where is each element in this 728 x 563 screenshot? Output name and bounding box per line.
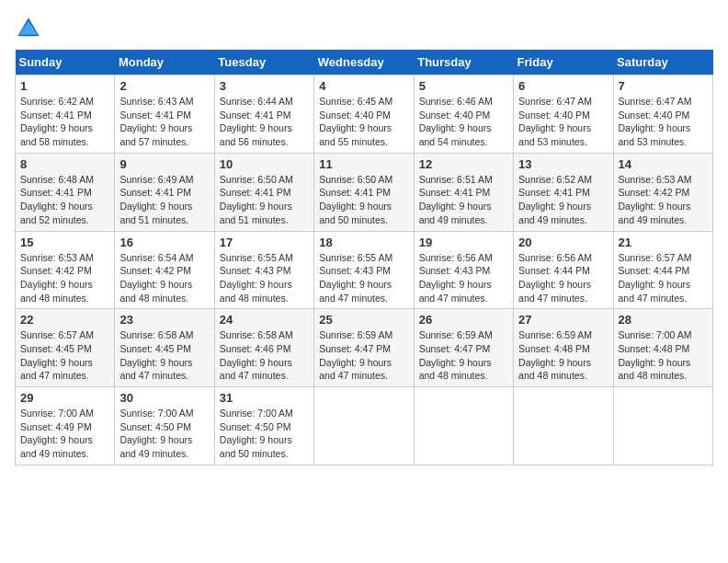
day-number: 1: [20, 79, 109, 93]
day-info: Sunrise: 6:44 AMSunset: 4:41 PMDaylight:…: [220, 95, 309, 149]
day-number: 13: [518, 157, 608, 171]
day-number: 27: [518, 313, 608, 327]
calendar-cell: [514, 387, 613, 465]
day-info: Sunrise: 6:58 AMSunset: 4:45 PMDaylight:…: [119, 328, 209, 383]
day-info: Sunrise: 7:00 AMSunset: 4:50 PMDaylight:…: [119, 407, 209, 461]
calendar-cell: 11Sunrise: 6:50 AMSunset: 4:41 PMDayligh…: [314, 153, 414, 231]
calendar-cell: 3Sunrise: 6:44 AMSunset: 4:41 PMDaylight…: [214, 75, 313, 154]
calendar-cell: 12Sunrise: 6:51 AMSunset: 4:41 PMDayligh…: [414, 153, 513, 231]
day-info: Sunrise: 6:55 AMSunset: 4:43 PMDaylight:…: [319, 251, 408, 305]
day-number: 10: [220, 157, 309, 171]
day-info: Sunrise: 6:42 AMSunset: 4:41 PMDaylight:…: [20, 95, 109, 149]
calendar-week-row: 15Sunrise: 6:53 AMSunset: 4:42 PMDayligh…: [16, 231, 713, 309]
day-number: 2: [119, 79, 209, 93]
day-number: 7: [619, 79, 708, 93]
calendar-cell: 15Sunrise: 6:53 AMSunset: 4:42 PMDayligh…: [16, 231, 115, 309]
day-info: Sunrise: 6:57 AMSunset: 4:45 PMDaylight:…: [20, 328, 109, 383]
calendar-cell: 17Sunrise: 6:55 AMSunset: 4:43 PMDayligh…: [214, 231, 313, 309]
calendar-week-row: 29Sunrise: 7:00 AMSunset: 4:49 PMDayligh…: [16, 387, 713, 465]
day-number: 6: [518, 79, 608, 93]
day-info: Sunrise: 6:53 AMSunset: 4:42 PMDaylight:…: [619, 173, 708, 227]
day-number: 3: [220, 79, 309, 93]
column-header-wednesday: Wednesday: [314, 50, 414, 75]
day-info: Sunrise: 6:45 AMSunset: 4:40 PMDaylight:…: [319, 95, 408, 149]
calendar-cell: 21Sunrise: 6:57 AMSunset: 4:44 PMDayligh…: [613, 231, 712, 309]
page-header: [15, 15, 713, 42]
day-number: 28: [619, 313, 708, 327]
day-number: 24: [220, 313, 309, 327]
day-number: 16: [119, 236, 209, 249]
calendar-cell: 14Sunrise: 6:53 AMSunset: 4:42 PMDayligh…: [613, 153, 712, 231]
day-info: Sunrise: 6:57 AMSunset: 4:44 PMDaylight:…: [619, 251, 708, 305]
day-number: 23: [119, 313, 209, 327]
day-info: Sunrise: 6:46 AMSunset: 4:40 PMDaylight:…: [419, 95, 508, 149]
column-header-tuesday: Tuesday: [214, 50, 313, 75]
day-info: Sunrise: 6:54 AMSunset: 4:42 PMDaylight:…: [119, 251, 209, 305]
calendar-cell: 18Sunrise: 6:55 AMSunset: 4:43 PMDayligh…: [314, 231, 414, 309]
column-header-saturday: Saturday: [613, 50, 712, 75]
column-header-monday: Monday: [115, 50, 214, 75]
day-number: 21: [619, 236, 708, 249]
calendar-cell: 4Sunrise: 6:45 AMSunset: 4:40 PMDaylight…: [314, 75, 414, 154]
calendar-week-row: 1Sunrise: 6:42 AMSunset: 4:41 PMDaylight…: [16, 75, 713, 154]
day-info: Sunrise: 6:56 AMSunset: 4:44 PMDaylight:…: [518, 251, 608, 305]
day-number: 30: [119, 391, 209, 405]
day-number: 8: [20, 157, 109, 171]
calendar-cell: 9Sunrise: 6:49 AMSunset: 4:41 PMDaylight…: [115, 153, 214, 231]
day-number: 20: [518, 236, 608, 249]
day-info: Sunrise: 7:00 AMSunset: 4:50 PMDaylight:…: [220, 407, 309, 461]
calendar-week-row: 22Sunrise: 6:57 AMSunset: 4:45 PMDayligh…: [16, 309, 713, 387]
calendar-cell: 22Sunrise: 6:57 AMSunset: 4:45 PMDayligh…: [16, 309, 115, 387]
calendar-cell: 6Sunrise: 6:47 AMSunset: 4:40 PMDaylight…: [514, 75, 613, 154]
day-info: Sunrise: 7:00 AMSunset: 4:49 PMDaylight:…: [20, 407, 109, 461]
day-info: Sunrise: 6:50 AMSunset: 4:41 PMDaylight:…: [220, 173, 309, 227]
day-info: Sunrise: 6:51 AMSunset: 4:41 PMDaylight:…: [419, 173, 508, 227]
day-info: Sunrise: 6:59 AMSunset: 4:47 PMDaylight:…: [419, 328, 508, 383]
day-info: Sunrise: 6:55 AMSunset: 4:43 PMDaylight:…: [220, 251, 309, 305]
day-number: 19: [419, 236, 508, 249]
day-number: 29: [20, 391, 109, 405]
calendar-cell: 10Sunrise: 6:50 AMSunset: 4:41 PMDayligh…: [214, 153, 313, 231]
day-number: 4: [319, 79, 408, 93]
day-info: Sunrise: 6:59 AMSunset: 4:48 PMDaylight:…: [518, 328, 608, 383]
calendar-cell: 20Sunrise: 6:56 AMSunset: 4:44 PMDayligh…: [514, 231, 613, 309]
day-info: Sunrise: 6:58 AMSunset: 4:46 PMDaylight:…: [220, 328, 309, 383]
day-info: Sunrise: 6:48 AMSunset: 4:41 PMDaylight:…: [20, 173, 109, 227]
calendar-cell: 5Sunrise: 6:46 AMSunset: 4:40 PMDaylight…: [414, 75, 513, 154]
calendar-cell: 26Sunrise: 6:59 AMSunset: 4:47 PMDayligh…: [414, 309, 513, 387]
calendar-cell: 24Sunrise: 6:58 AMSunset: 4:46 PMDayligh…: [214, 309, 313, 387]
calendar-cell: 27Sunrise: 6:59 AMSunset: 4:48 PMDayligh…: [514, 309, 613, 387]
day-number: 5: [419, 79, 508, 93]
calendar-cell: [414, 387, 513, 465]
day-info: Sunrise: 6:59 AMSunset: 4:47 PMDaylight:…: [319, 328, 408, 383]
calendar-cell: [613, 387, 712, 465]
svg-marker-1: [19, 21, 38, 35]
day-info: Sunrise: 6:49 AMSunset: 4:41 PMDaylight:…: [119, 173, 209, 227]
logo: [15, 15, 46, 42]
calendar-cell: 1Sunrise: 6:42 AMSunset: 4:41 PMDaylight…: [16, 75, 115, 154]
day-info: Sunrise: 6:53 AMSunset: 4:42 PMDaylight:…: [20, 251, 109, 305]
column-header-friday: Friday: [514, 50, 613, 75]
day-info: Sunrise: 6:56 AMSunset: 4:43 PMDaylight:…: [419, 251, 508, 305]
calendar-table: SundayMondayTuesdayWednesdayThursdayFrid…: [15, 50, 713, 465]
calendar-cell: 25Sunrise: 6:59 AMSunset: 4:47 PMDayligh…: [314, 309, 414, 387]
column-header-sunday: Sunday: [16, 50, 115, 75]
calendar-cell: 31Sunrise: 7:00 AMSunset: 4:50 PMDayligh…: [214, 387, 313, 465]
day-number: 31: [220, 391, 309, 405]
day-info: Sunrise: 6:47 AMSunset: 4:40 PMDaylight:…: [619, 95, 708, 149]
day-number: 14: [619, 157, 708, 171]
day-number: 22: [20, 313, 109, 327]
calendar-cell: 2Sunrise: 6:43 AMSunset: 4:41 PMDaylight…: [115, 75, 214, 154]
calendar-cell: [314, 387, 414, 465]
calendar-cell: 13Sunrise: 6:52 AMSunset: 4:41 PMDayligh…: [514, 153, 613, 231]
calendar-cell: 23Sunrise: 6:58 AMSunset: 4:45 PMDayligh…: [115, 309, 214, 387]
day-number: 12: [419, 157, 508, 171]
day-info: Sunrise: 6:50 AMSunset: 4:41 PMDaylight:…: [319, 173, 408, 227]
day-info: Sunrise: 6:43 AMSunset: 4:41 PMDaylight:…: [119, 95, 209, 149]
calendar-cell: 29Sunrise: 7:00 AMSunset: 4:49 PMDayligh…: [16, 387, 115, 465]
day-number: 17: [220, 236, 309, 249]
day-number: 9: [119, 157, 209, 171]
day-info: Sunrise: 6:47 AMSunset: 4:40 PMDaylight:…: [518, 95, 608, 149]
day-number: 11: [319, 157, 408, 171]
day-number: 26: [419, 313, 508, 327]
